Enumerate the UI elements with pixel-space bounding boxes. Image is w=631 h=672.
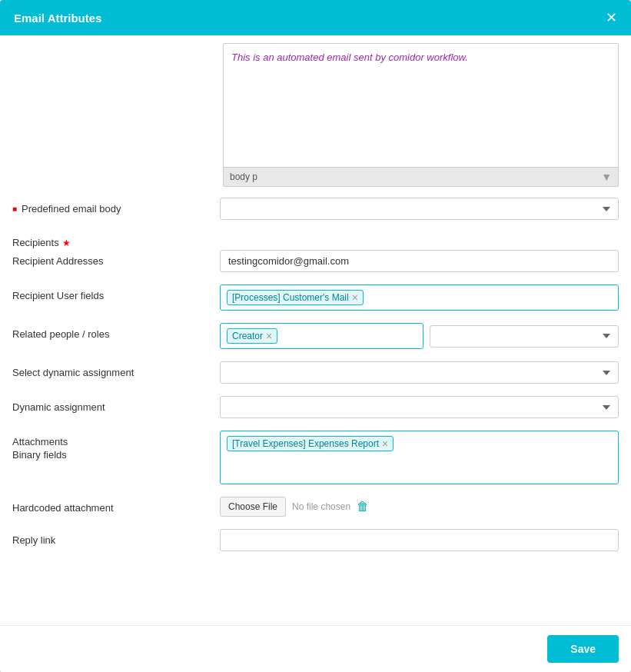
select-dynamic-assignment-control <box>220 361 619 384</box>
predefined-required-star: ■ <box>12 205 17 213</box>
dynamic-assignment-control <box>220 396 619 418</box>
email-body-text: This is an automated email sent by comid… <box>231 52 610 63</box>
no-file-label: No file chosen <box>292 501 350 512</box>
attachments-control: [Travel Expenses] Expenses Report × <box>220 431 619 484</box>
reply-link-input[interactable] <box>220 529 619 551</box>
related-people-label: Related people / roles <box>12 323 220 340</box>
modal-body: This is an automated email sent by comid… <box>0 35 631 625</box>
editor-toolbar: body p ▼ <box>224 167 618 186</box>
attachments-row: Attachments Binary fields [Travel Expens… <box>0 431 631 484</box>
close-button[interactable]: ✕ <box>606 11 617 25</box>
recipient-addresses-label: Recipient Addresses <box>12 250 220 267</box>
save-button[interactable]: Save <box>547 635 619 663</box>
reply-link-row: Reply link <box>0 529 631 551</box>
recipient-user-fields-tag-container[interactable]: [Processes] Customer's Mail × <box>220 284 619 311</box>
recipients-section-header: Recipients ★ <box>0 232 631 250</box>
recipient-addresses-row: Recipient Addresses <box>0 250 631 272</box>
recipients-required-star: ★ <box>62 238 71 248</box>
attachment-tag: [Travel Expenses] Expenses Report × <box>227 436 394 451</box>
dynamic-assignment-label: Dynamic assignment <box>12 396 220 413</box>
recipient-addresses-input[interactable] <box>220 250 619 272</box>
reply-link-control <box>220 529 619 551</box>
related-people-right <box>430 325 619 348</box>
predefined-email-body-select[interactable] <box>220 198 619 220</box>
dynamic-assignment-select[interactable] <box>220 396 619 418</box>
modal-header: Email Attributes ✕ <box>0 0 631 35</box>
email-editor-area: This is an automated email sent by comid… <box>223 43 619 187</box>
predefined-email-body-row: ■ Predefined email body <box>0 198 631 220</box>
editor-toolbar-tags: body p <box>230 171 257 182</box>
hardcoded-attachment-control: Choose File No file chosen 🗑 <box>220 497 619 517</box>
select-dynamic-assignment-label: Select dynamic assignment <box>12 361 220 378</box>
recipient-user-fields-tag-remove[interactable]: × <box>352 292 358 303</box>
hardcoded-attachment-row: Hardcoded attachment Choose File No file… <box>0 497 631 517</box>
recipients-label: Recipients <box>12 237 59 248</box>
select-dynamic-assignment-row: Select dynamic assignment <box>0 361 631 384</box>
modal-footer: Save <box>0 625 631 672</box>
recipient-addresses-control <box>220 250 619 272</box>
file-input-row: Choose File No file chosen 🗑 <box>220 497 619 517</box>
choose-file-button[interactable]: Choose File <box>220 497 286 517</box>
editor-resize-icon: ▼ <box>601 171 612 183</box>
recipient-user-fields-row: Recipient User fields [Processes] Custom… <box>0 284 631 311</box>
attachment-tag-remove[interactable]: × <box>382 438 388 449</box>
email-editor-wrapper: This is an automated email sent by comid… <box>0 35 631 187</box>
attachments-label-group: Attachments Binary fields <box>12 436 68 461</box>
recipient-user-fields-label: Recipient User fields <box>12 284 220 301</box>
related-people-tag-remove[interactable]: × <box>266 331 272 341</box>
recipient-user-fields-control: [Processes] Customer's Mail × <box>220 284 619 311</box>
related-people-select[interactable] <box>430 325 619 348</box>
select-dynamic-assignment-select[interactable] <box>220 361 619 384</box>
reply-link-label: Reply link <box>12 529 220 546</box>
hardcoded-attachment-label: Hardcoded attachment <box>12 497 220 514</box>
related-people-tag: Creator × <box>227 328 277 344</box>
related-people-container: Creator × <box>220 323 619 349</box>
related-people-row: Related people / roles Creator × <box>0 323 631 349</box>
related-people-left[interactable]: Creator × <box>220 323 423 349</box>
related-people-control: Creator × <box>220 323 619 349</box>
attachments-box[interactable]: [Travel Expenses] Expenses Report × <box>220 431 619 484</box>
predefined-email-body-control <box>220 198 619 220</box>
dynamic-assignment-row: Dynamic assignment <box>0 396 631 418</box>
predefined-email-body-label: ■ Predefined email body <box>12 198 220 215</box>
attachments-label: Attachments Binary fields <box>12 431 220 461</box>
delete-attachment-icon[interactable]: 🗑 <box>357 500 369 514</box>
email-editor-content[interactable]: This is an automated email sent by comid… <box>224 44 618 167</box>
email-attributes-modal: Email Attributes ✕ This is an automated … <box>0 0 631 672</box>
modal-title: Email Attributes <box>14 12 101 25</box>
recipient-user-fields-tag: [Processes] Customer's Mail × <box>227 290 364 305</box>
